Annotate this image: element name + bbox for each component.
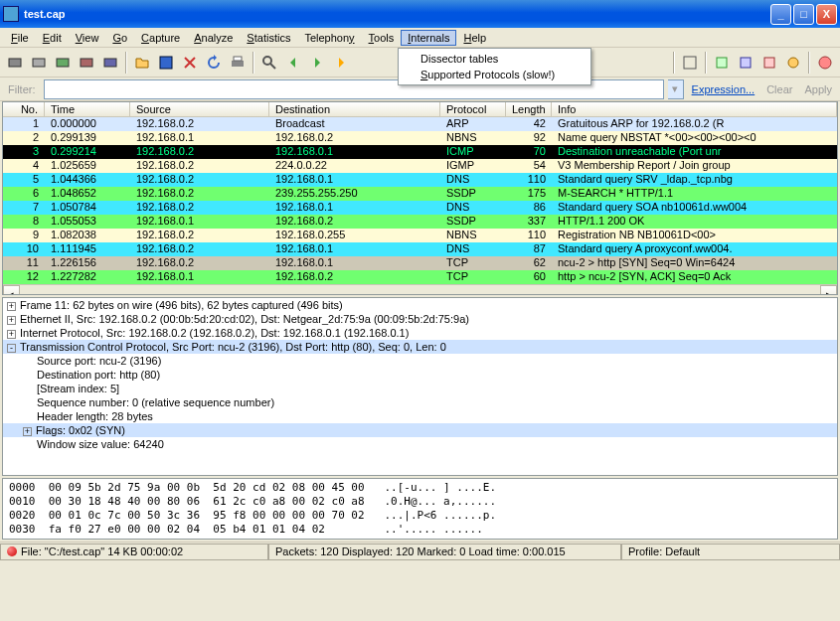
titlebar[interactable]: test.cap _ □ X bbox=[0, 0, 840, 28]
table-row[interactable]: 71.050784192.168.0.2192.168.0.1DNS86Stan… bbox=[3, 201, 837, 215]
col-protocol[interactable]: Protocol bbox=[440, 102, 506, 116]
filter-apply-link[interactable]: Apply bbox=[800, 83, 836, 95]
svg-rect-10 bbox=[717, 58, 727, 68]
status-profile[interactable]: Profile: Default bbox=[621, 543, 840, 560]
hscroll-left-icon[interactable]: ◂ bbox=[3, 285, 20, 295]
packet-list: No. Time Source Destination Protocol Len… bbox=[2, 101, 838, 295]
expander-icon[interactable]: + bbox=[7, 330, 16, 339]
menu-tools[interactable]: Tools bbox=[362, 30, 402, 46]
tb-goto-icon[interactable] bbox=[330, 52, 352, 74]
detail-line[interactable]: Header length: 28 bytes bbox=[3, 409, 837, 423]
col-source[interactable]: Source bbox=[130, 102, 269, 116]
detail-line[interactable]: Destination port: http (80) bbox=[3, 368, 837, 382]
internals-popup: Dissector tables Supported Protocols (sl… bbox=[398, 48, 591, 85]
detail-line[interactable]: +Ethernet II, Src: 192.168.0.2 (00:0b:5d… bbox=[3, 312, 837, 326]
table-row[interactable]: 10.000000192.168.0.2BroadcastARP42Gratui… bbox=[3, 117, 837, 131]
tb-resize-icon[interactable] bbox=[679, 52, 701, 74]
tb-forward-icon[interactable] bbox=[306, 52, 328, 74]
maximize-button[interactable]: □ bbox=[793, 4, 814, 25]
table-row[interactable]: 61.048652192.168.0.2239.255.255.250SSDP1… bbox=[3, 187, 837, 201]
menu-file[interactable]: File bbox=[4, 30, 36, 46]
svg-rect-7 bbox=[234, 57, 242, 61]
detail-line[interactable]: +Frame 11: 62 bytes on wire (496 bits), … bbox=[3, 298, 837, 312]
col-info[interactable]: Info bbox=[552, 102, 837, 116]
tb-help-icon[interactable] bbox=[814, 52, 836, 74]
menu-dissector-tables[interactable]: Dissector tables bbox=[401, 51, 588, 67]
tb-print-icon[interactable] bbox=[227, 52, 249, 74]
menu-internals[interactable]: Internals bbox=[401, 30, 456, 46]
table-row[interactable]: 20.299139192.168.0.1192.168.0.2NBNS92Nam… bbox=[3, 131, 837, 145]
close-button[interactable]: X bbox=[816, 4, 837, 25]
detail-line[interactable]: Sequence number: 0 (relative sequence nu… bbox=[3, 395, 837, 409]
col-destination[interactable]: Destination bbox=[269, 102, 440, 116]
tb-prefs-icon[interactable] bbox=[782, 52, 804, 74]
col-time[interactable]: Time bbox=[45, 102, 130, 116]
menu-help[interactable]: Help bbox=[456, 30, 493, 46]
expert-icon[interactable] bbox=[7, 546, 17, 556]
table-row[interactable]: 91.082038192.168.0.2192.168.0.255NBNS110… bbox=[3, 229, 837, 242]
table-row[interactable]: 30.299214192.168.0.2192.168.0.1ICMP70Des… bbox=[3, 145, 837, 159]
filter-dropdown-button[interactable]: ▾ bbox=[668, 79, 684, 99]
svg-rect-5 bbox=[160, 57, 172, 69]
expander-icon[interactable]: + bbox=[7, 302, 16, 311]
svg-rect-2 bbox=[57, 59, 69, 67]
menu-edit[interactable]: Edit bbox=[36, 30, 69, 46]
tb-start-icon[interactable] bbox=[52, 52, 74, 74]
svg-rect-12 bbox=[764, 58, 774, 68]
col-length[interactable]: Length bbox=[506, 102, 552, 116]
menu-view[interactable]: View bbox=[69, 30, 106, 46]
svg-point-13 bbox=[788, 58, 798, 68]
table-row[interactable]: 81.055053192.168.0.1192.168.0.2SSDP337HT… bbox=[3, 215, 837, 229]
statusbar: File: "C:/test.cap" 14 KB 00:00:02 Packe… bbox=[0, 542, 840, 560]
table-row[interactable]: 121.227282192.168.0.1192.168.0.2TCP60htt… bbox=[3, 270, 837, 284]
menu-analyze[interactable]: Analyze bbox=[187, 30, 240, 46]
col-no[interactable]: No. bbox=[3, 102, 45, 116]
tb-restart-icon[interactable] bbox=[99, 52, 121, 74]
tb-back-icon[interactable] bbox=[282, 52, 304, 74]
detail-line[interactable]: -Transmission Control Protocol, Src Port… bbox=[3, 340, 837, 354]
tb-display-filter-icon[interactable] bbox=[735, 52, 756, 74]
detail-line[interactable]: +Internet Protocol, Src: 192.168.0.2 (19… bbox=[3, 326, 837, 340]
table-row[interactable]: 101.111945192.168.0.2192.168.0.1DNS87Sta… bbox=[3, 242, 837, 256]
tb-interfaces-icon[interactable] bbox=[4, 52, 26, 74]
hscrollbar[interactable]: ◂ ▸ bbox=[3, 284, 837, 294]
table-row[interactable]: 41.025659192.168.0.2224.0.0.22IGMP54V3 M… bbox=[3, 159, 837, 173]
tb-stop-icon[interactable] bbox=[76, 52, 97, 74]
minimize-button[interactable]: _ bbox=[770, 4, 791, 25]
menu-telephony[interactable]: Telephony bbox=[297, 30, 361, 46]
expander-icon[interactable]: + bbox=[7, 316, 16, 325]
tb-close-icon[interactable] bbox=[179, 52, 201, 74]
detail-line[interactable]: Source port: ncu-2 (3196) bbox=[3, 354, 837, 368]
svg-rect-0 bbox=[9, 59, 21, 67]
hscroll-right-icon[interactable]: ▸ bbox=[820, 285, 837, 295]
menu-statistics[interactable]: Statistics bbox=[240, 30, 297, 46]
svg-rect-3 bbox=[81, 59, 92, 67]
expander-icon[interactable]: - bbox=[7, 344, 16, 353]
tb-save-icon[interactable] bbox=[155, 52, 177, 74]
tb-reload-icon[interactable] bbox=[203, 52, 225, 74]
menubar: File Edit View Go Capture Analyze Statis… bbox=[0, 28, 840, 48]
svg-point-14 bbox=[819, 57, 831, 69]
status-packets: Packets: 120 Displayed: 120 Marked: 0 Lo… bbox=[268, 543, 621, 560]
menu-supported-protocols[interactable]: Supported Protocols (slow!) bbox=[401, 67, 588, 82]
menu-capture[interactable]: Capture bbox=[134, 30, 187, 46]
detail-line[interactable]: +Flags: 0x02 (SYN) bbox=[3, 423, 837, 437]
filter-expression-link[interactable]: Expression... bbox=[688, 83, 759, 95]
table-row[interactable]: 51.044366192.168.0.2192.168.0.1DNS110Sta… bbox=[3, 173, 837, 187]
tb-coloring-icon[interactable] bbox=[758, 52, 780, 74]
tb-find-icon[interactable] bbox=[258, 52, 280, 74]
svg-point-8 bbox=[263, 57, 271, 65]
menu-go[interactable]: Go bbox=[105, 30, 134, 46]
table-row[interactable]: 111.226156192.168.0.2192.168.0.1TCP62ncu… bbox=[3, 256, 837, 270]
svg-rect-11 bbox=[741, 58, 751, 68]
filter-clear-link[interactable]: Clear bbox=[762, 83, 796, 95]
svg-rect-6 bbox=[232, 61, 244, 67]
detail-line[interactable]: [Stream index: 5] bbox=[3, 382, 837, 395]
tb-options-icon[interactable] bbox=[28, 52, 50, 74]
status-file: File: "C:/test.cap" 14 KB 00:00:02 bbox=[0, 543, 268, 560]
tb-open-icon[interactable] bbox=[131, 52, 153, 74]
expander-icon[interactable]: + bbox=[23, 427, 32, 436]
tb-capture-filter-icon[interactable] bbox=[711, 52, 733, 74]
detail-line[interactable]: Window size value: 64240 bbox=[3, 437, 837, 451]
svg-rect-9 bbox=[684, 57, 696, 69]
